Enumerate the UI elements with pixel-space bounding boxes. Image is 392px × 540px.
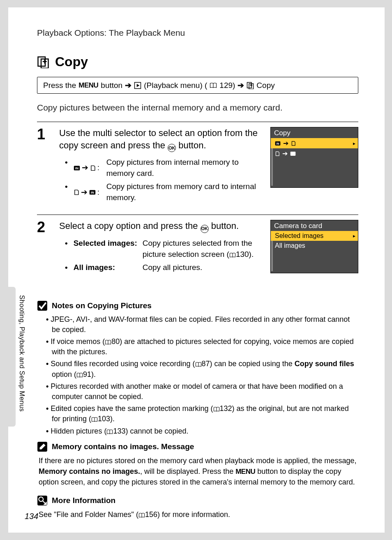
list-item: ➔ : Copy pictures from internal memory t… [65, 157, 259, 179]
intro-text: Copy pictures between the internal memor… [37, 103, 358, 113]
option-label: Selected images: [74, 238, 139, 260]
more-info-paragraph: See "File and Folder Names" (156) for mo… [37, 509, 358, 520]
page-title: Copy [55, 54, 88, 69]
copy-icon [37, 56, 49, 68]
item-text: Copy pictures selected from the picture … [143, 238, 259, 260]
book-icon [105, 340, 111, 345]
more-info-icon [37, 495, 48, 506]
direction-icon-group: ➔ : [74, 157, 103, 179]
divider [37, 215, 358, 215]
navigation-path: Press the MENU button ➔ (Playback menu) … [37, 77, 358, 94]
camera-screen-options: Camera to card Selected images All image… [270, 220, 358, 273]
list-item: ➔ : Copy pictures from memory card to in… [65, 181, 259, 203]
book-icon [229, 253, 236, 258]
note-item: JPEG-, AVI-, and WAV-format files can be… [46, 314, 358, 335]
note-item: Pictures recorded with another make or m… [46, 381, 358, 402]
book-icon [195, 362, 202, 367]
note-item: Edited copies have the same protection m… [46, 404, 358, 424]
book-icon [210, 83, 217, 88]
path-text: button [101, 81, 122, 90]
breadcrumb: Playback Options: The Playback Menu [37, 28, 358, 38]
playback-icon [134, 82, 141, 89]
arrow-icon: ➔ [238, 81, 244, 90]
step-heading: Use the multi selector to select an opti… [59, 127, 259, 152]
list-item: Selected images: Copy pictures selected … [65, 238, 259, 260]
book-icon [213, 407, 220, 412]
notes-title: Notes on Copying Pictures [52, 301, 152, 310]
screen-item: ➔ [271, 148, 358, 159]
step-text: button. [178, 140, 206, 150]
option-label: All images: [74, 262, 139, 273]
book-icon [76, 373, 83, 378]
list-item: All images: Copy all pictures. [65, 262, 259, 273]
check-icon [37, 300, 48, 311]
note-item: Sound files recorded using voice recordi… [46, 359, 358, 379]
message-paragraph: If there are no pictures stored on the m… [37, 455, 358, 488]
menu-button-label: MENU [78, 81, 98, 90]
page-number: 134 [25, 512, 38, 521]
step-number: 1 [37, 127, 48, 142]
screen-item-selected: Selected images [271, 231, 358, 241]
book-icon [91, 417, 98, 422]
screen-title: Copy [271, 127, 358, 138]
step-text: button. [211, 221, 239, 231]
copy-icon [247, 82, 254, 89]
note-item: If voice memos (80) are attached to pict… [46, 337, 358, 357]
menu-button-label: MENU [235, 468, 255, 475]
item-text: Copy pictures from internal memory to me… [106, 157, 259, 179]
item-text: Copy pictures from memory card to intern… [106, 181, 259, 203]
direction-icon-group: ➔ : [74, 181, 103, 203]
camera-screen-copy: Copy ➔ ➔ [270, 127, 358, 188]
ok-button-icon: OK [168, 144, 176, 152]
path-text: Copy [256, 81, 274, 90]
page-ref: 129) [219, 81, 235, 90]
more-info-title: More Information [52, 496, 115, 505]
note-item: Hidden pictures (133) cannot be copied. [46, 426, 358, 436]
step-text: Use the multi selector to select an opti… [59, 128, 258, 150]
divider [37, 122, 358, 122]
message-title: Memory contains no images. Message [52, 442, 194, 451]
pencil-icon [37, 441, 48, 452]
screen-item-selected: ➔ [271, 138, 358, 148]
path-text: (Playback menu) ( [144, 81, 207, 90]
ok-button-icon: OK [201, 225, 209, 233]
step-heading: Select a copy option and press the OK bu… [59, 220, 259, 233]
book-icon [106, 429, 113, 434]
step-number: 2 [37, 220, 48, 275]
step-text: Select a copy option and press the [59, 221, 201, 231]
screen-item: All images [271, 241, 358, 251]
path-text: Press the [43, 81, 76, 90]
arrow-icon: ➔ [125, 81, 131, 90]
item-text: Copy all pictures. [143, 262, 203, 273]
screen-title: Camera to card [271, 220, 358, 231]
book-icon [138, 513, 145, 518]
